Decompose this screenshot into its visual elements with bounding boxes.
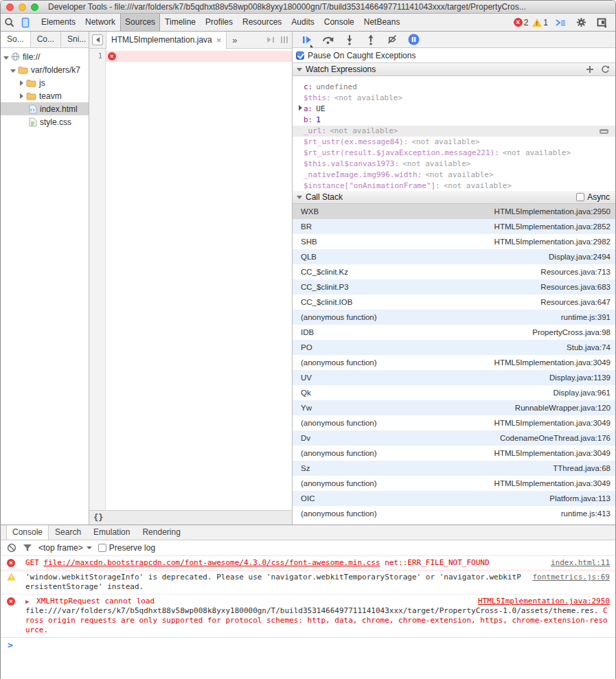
call-stack-frame[interactable]: OIC Platform.java:113 <box>293 491 615 506</box>
more-tabs-icon[interactable]: » <box>227 35 242 45</box>
refresh-watch-icon[interactable] <box>601 65 610 74</box>
tree-item-file-selected[interactable]: index.html <box>1 102 89 115</box>
hide-navigator-icon[interactable] <box>92 34 103 45</box>
call-stack-frame[interactable]: (anonymous function) HTML5Implementation… <box>293 415 615 430</box>
frame-source-location[interactable]: Stub.java:74 <box>567 343 611 352</box>
tree-item-folder[interactable]: var/folders/k7 <box>1 63 89 76</box>
delete-watch-icon[interactable] <box>600 129 608 134</box>
tree-item-folder[interactable]: js <box>1 76 89 89</box>
request-url-link[interactable]: file://maxcdn.bootstrapcdn.com/font-awes… <box>44 558 380 567</box>
zoom-window-button[interactable] <box>31 3 38 11</box>
execution-context-selector[interactable]: <top frame> <box>38 543 92 553</box>
panel-tab[interactable]: Profiles <box>201 14 238 31</box>
filter-icon[interactable] <box>23 544 32 552</box>
watch-expression-row[interactable]: $this.val$canvas1973: <not available> <box>293 159 615 170</box>
watch-expression-row[interactable]: _nativeImage.img996.width: <not availabl… <box>293 170 615 181</box>
step-into-icon[interactable] <box>343 34 356 46</box>
call-stack-frame[interactable]: UV Display.java:1139 <box>293 370 615 385</box>
close-window-button[interactable] <box>6 3 14 11</box>
call-stack-frame[interactable]: Yw RunnableWrapper.java:120 <box>293 400 615 415</box>
call-stack-frame[interactable]: (anonymous function) HTML5Implementation… <box>293 355 615 370</box>
errors-badge[interactable]: 2 <box>514 18 529 27</box>
frame-source-location[interactable]: Display.java:1139 <box>549 373 611 382</box>
call-stack-frame[interactable]: (anonymous function) runtime.js:391 <box>293 310 615 325</box>
panel-resizer-icon[interactable] <box>281 36 288 43</box>
call-stack-frame[interactable]: QLB Display.java:2494 <box>293 249 615 264</box>
call-stack-frame[interactable]: Sz TThread.java:68 <box>293 461 615 476</box>
expand-message-icon[interactable]: ▶ <box>25 598 29 605</box>
message-source-link[interactable]: HTML5Implementation.java:2950 <box>478 597 610 606</box>
editor-tab[interactable]: HTML5Implementation.java × <box>106 32 227 49</box>
frame-source-location[interactable]: HTML5Implementation.java:3049 <box>494 479 611 487</box>
call-stack-frame[interactable]: PO Stub.java:74 <box>293 340 615 355</box>
step-out-icon[interactable] <box>365 34 377 46</box>
step-over-icon[interactable] <box>322 34 334 46</box>
message-source-link[interactable]: fontmetrics.js:69 <box>532 573 610 592</box>
minimize-window-button[interactable] <box>19 3 26 11</box>
watch-expression-row[interactable]: _url: <not available> <box>293 126 615 137</box>
frame-source-location[interactable]: HTML5Implementation.java:2852 <box>494 222 611 231</box>
frame-source-location[interactable]: HTML5Implementation.java:2982 <box>494 238 611 246</box>
frame-source-location[interactable]: HTML5Implementation.java:3049 <box>494 449 611 457</box>
navigator-tab[interactable]: So... <box>1 32 31 47</box>
frame-source-location[interactable]: HTML5Implementation.java:2950 <box>494 207 611 216</box>
frame-source-location[interactable]: Resources.java:713 <box>540 268 611 276</box>
pretty-print-button[interactable]: {} <box>93 514 103 522</box>
frame-source-location[interactable]: RunnableWrapper.java:120 <box>515 404 611 412</box>
panel-tab[interactable]: Audits <box>286 14 319 31</box>
frame-source-location[interactable]: runtime.js:413 <box>561 509 611 518</box>
warnings-badge[interactable]: 1 <box>532 18 548 27</box>
console-prompt[interactable]: > <box>1 638 615 650</box>
drawer-tab[interactable]: Search <box>49 525 87 540</box>
panel-tab[interactable]: Resources <box>238 14 286 31</box>
navigator-tab[interactable]: Sni... <box>61 32 93 47</box>
tree-item-folder[interactable]: teavm <box>1 89 89 102</box>
pause-on-exceptions-icon[interactable] <box>407 34 420 46</box>
watch-expression-row[interactable]: a: UE <box>293 104 615 115</box>
panel-tab[interactable]: NetBeans <box>359 14 405 31</box>
resume-icon[interactable] <box>301 34 313 46</box>
tree-item-root[interactable]: file:// <box>1 50 89 63</box>
watch-expressions-header[interactable]: Watch Expressions <box>293 63 615 76</box>
call-stack-frame[interactable]: Qk Display.java:961 <box>293 385 615 400</box>
dock-side-icon[interactable] <box>593 14 610 31</box>
close-tab-icon[interactable]: × <box>216 36 222 45</box>
drawer-tab[interactable]: Rendering <box>136 525 186 540</box>
deactivate-breakpoints-icon[interactable] <box>386 34 398 46</box>
call-stack-frame[interactable]: (anonymous function) runtime.js:413 <box>293 506 615 521</box>
code-area[interactable]: 1 <box>89 49 292 510</box>
call-stack-frame[interactable]: BR HTML5Implementation.java:2852 <box>293 219 615 234</box>
clear-console-icon[interactable] <box>7 543 16 553</box>
async-checkbox[interactable] <box>576 193 584 201</box>
frame-source-location[interactable]: HTML5Implementation.java:3049 <box>494 419 611 427</box>
frame-source-location[interactable]: CodenameOneThread.java:176 <box>500 434 611 442</box>
watch-expression-row[interactable]: $rt_ustr(ex.message84): <not available> <box>293 137 615 148</box>
frame-source-location[interactable]: Platform.java:113 <box>549 494 611 503</box>
frame-source-location[interactable]: Display.java:2494 <box>549 253 611 261</box>
collapse-arrow-icon[interactable] <box>18 78 25 88</box>
message-source-link[interactable]: index.html:11 <box>551 558 610 568</box>
gear-icon[interactable] <box>573 14 589 31</box>
call-stack-frame[interactable]: CC_$clinit.IOB Resources.java:647 <box>293 295 615 310</box>
watch-expression-row[interactable]: c: undefined <box>293 82 615 93</box>
preserve-log-checkbox[interactable] <box>98 544 106 552</box>
add-watch-icon[interactable] <box>586 65 594 73</box>
navigator-overlay-icon[interactable] <box>266 36 275 44</box>
call-stack-frame[interactable]: CC_$clinit.P3 Resources.java:683 <box>293 279 615 295</box>
frame-source-location[interactable]: HTML5Implementation.java:3049 <box>494 358 611 367</box>
error-marker-icon[interactable] <box>108 52 116 60</box>
show-console-icon[interactable] <box>552 14 569 31</box>
frame-source-location[interactable]: runtime.js:391 <box>561 313 611 321</box>
watch-expression-row[interactable]: $this: <not available> <box>293 93 615 104</box>
navigator-tab[interactable]: Co... <box>31 32 61 47</box>
frame-source-location[interactable]: Resources.java:647 <box>540 298 611 306</box>
search-icon[interactable] <box>1 14 17 31</box>
frame-source-location[interactable]: PropertyCross.java:98 <box>532 328 611 336</box>
collapse-arrow-icon[interactable] <box>18 91 25 101</box>
watch-expression-row[interactable]: $instance["onAnimationFrame"]: <not avai… <box>293 181 615 191</box>
panel-tab[interactable]: Console <box>319 14 359 31</box>
drawer-tab[interactable]: Emulation <box>87 525 136 540</box>
call-stack-header[interactable]: Call Stack Async <box>293 191 615 204</box>
panel-tab[interactable]: Timeline <box>160 14 201 31</box>
expand-arrow-icon[interactable] <box>10 65 16 75</box>
